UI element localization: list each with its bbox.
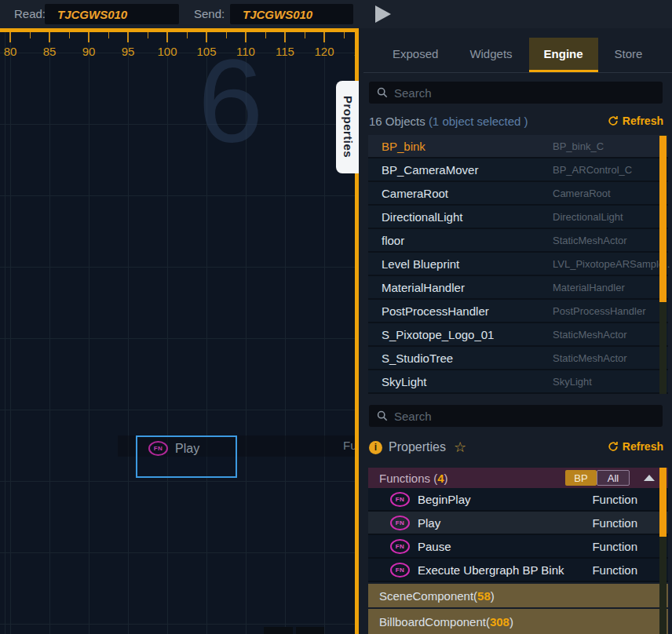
ruler-minor-tick — [265, 32, 266, 38]
objects-scrollbar-thumb[interactable] — [659, 136, 667, 302]
ruler-label: 120 — [307, 45, 341, 58]
object-row[interactable]: MaterialHandlerMaterialHandler — [368, 276, 668, 300]
tab-widgets[interactable]: Widgets — [455, 38, 527, 72]
object-name: S_Pixotope_Logo_01 — [382, 328, 494, 341]
functions-section-header[interactable]: Functions (4) BP All — [368, 468, 668, 488]
pixotope-app-window: Read: Send: 80859095100105110115120125 6… — [0, 0, 672, 634]
search-icon — [377, 410, 388, 421]
functions-count: 4 — [437, 472, 444, 485]
ruler-minor-tick — [305, 32, 305, 38]
properties-search-input[interactable] — [394, 410, 630, 423]
ruler-major-tick — [9, 32, 11, 42]
object-name: S_StudioTree — [382, 352, 453, 365]
object-row[interactable]: PostProcessHandlerPostProcessHandler — [368, 300, 668, 323]
object-row[interactable]: BP_binkBP_bink_C — [368, 135, 668, 158]
object-class: SkyLight — [553, 376, 592, 388]
properties-scrollbar-thumb[interactable] — [659, 468, 667, 537]
send-input[interactable] — [230, 4, 353, 24]
info-icon[interactable]: i — [369, 441, 382, 454]
function-row[interactable]: FNExecute Ubergraph BP BinkFunction — [368, 559, 668, 582]
viewport-canvas[interactable]: 80859095100105110115120125 6 Function FN… — [0, 28, 359, 634]
bottom-ui-fragment — [296, 627, 324, 634]
function-row[interactable]: FNBeginPlayFunction — [368, 488, 668, 512]
object-name: PostProcessHandler — [382, 304, 489, 318]
function-name: Pause — [418, 540, 451, 553]
tab-api-log[interactable]: API Log — [659, 38, 672, 72]
properties-scrollbar[interactable] — [659, 468, 667, 634]
function-type: Function — [592, 516, 637, 530]
object-name: BP_CameraMover — [382, 163, 478, 177]
function-row[interactable]: FNPlayFunction — [368, 512, 668, 535]
ruler-major-tick — [49, 32, 50, 42]
ruler-major-tick — [166, 32, 168, 42]
object-row[interactable]: S_Pixotope_Logo_01StaticMeshActor — [368, 323, 668, 347]
panel-tab-bar: ExposedWidgetsEngineStoreAPI Log — [359, 28, 672, 72]
object-row[interactable]: floorStaticMeshActor — [368, 229, 668, 253]
object-name: SkyLight — [382, 375, 427, 388]
search-icon — [377, 87, 388, 98]
ruler-label: 115 — [268, 45, 302, 58]
object-row[interactable]: CameraRootCameraRoot — [368, 182, 668, 206]
right-panel: ExposedWidgetsEngineStoreAPI Log 16 Obje… — [359, 28, 672, 634]
function-badge-icon: FN — [390, 539, 410, 554]
ruler-major-tick — [284, 32, 286, 42]
properties-flyout-tab[interactable]: Properties — [336, 81, 359, 173]
objects-refresh-button[interactable]: Refresh — [608, 115, 663, 127]
read-label: Read: — [14, 0, 46, 28]
read-input[interactable] — [45, 4, 179, 24]
ruler-label: 85 — [32, 45, 67, 58]
object-name: Level Blueprint — [382, 257, 459, 271]
function-badge-icon: FN — [390, 563, 410, 578]
function-type: Function — [592, 563, 637, 577]
object-row[interactable]: BP_CameraMoverBP_ARControl_C — [368, 158, 668, 182]
ruler-minor-tick — [108, 32, 109, 38]
viewport-watermark-digit: 6 — [198, 42, 263, 160]
filter-bp-button[interactable]: BP — [565, 470, 597, 486]
function-name: Execute Ubergraph BP Bink — [418, 563, 564, 577]
objects-search-input[interactable] — [394, 86, 630, 100]
play-triangle-icon[interactable] — [375, 5, 391, 23]
ruler-minor-tick — [30, 32, 31, 38]
function-name: BeginPlay — [418, 493, 471, 506]
properties-refresh-button[interactable]: Refresh — [608, 440, 663, 453]
object-row[interactable]: S_StudioTreeStaticMeshActor — [368, 347, 668, 370]
component-section-header[interactable]: BillboardComponent (308) — [368, 609, 668, 634]
object-name: DirectionalLight — [382, 210, 462, 224]
properties-title: Properties — [389, 440, 446, 454]
ruler-minor-tick — [69, 32, 70, 38]
ruler-major-tick — [127, 32, 129, 42]
objects-scrollbar[interactable] — [659, 135, 667, 394]
collapse-arrow-icon[interactable] — [644, 475, 655, 481]
tab-store[interactable]: Store — [600, 38, 658, 72]
component-section-label: BillboardComponent — [379, 615, 486, 629]
object-row[interactable]: DirectionalLightDirectionalLight — [368, 206, 668, 229]
objects-selection-label: (1 object selected ) — [429, 115, 528, 128]
object-class: DirectionalLight — [553, 211, 623, 223]
function-type: Function — [592, 540, 637, 553]
ruler-label: 90 — [71, 45, 106, 58]
tab-exposed[interactable]: Exposed — [378, 38, 453, 72]
object-class: StaticMeshActor — [553, 235, 627, 246]
tab-bar-divider — [363, 72, 672, 73]
component-section-headers: SceneComponent (58)BillboardComponent (3… — [368, 584, 668, 634]
ruler-minor-tick — [187, 32, 188, 38]
object-row[interactable]: Level BlueprintLVL_PixotopeARSample.. — [368, 253, 668, 276]
object-name: CameraRoot — [382, 187, 448, 200]
objects-search-box[interactable] — [369, 82, 663, 104]
ruler-major-tick — [88, 32, 89, 42]
dragged-function-drop-target[interactable]: FN Play — [136, 435, 237, 478]
tab-engine[interactable]: Engine — [529, 38, 598, 72]
favorite-star-icon[interactable]: ☆ — [454, 439, 466, 456]
component-count: 308 — [490, 615, 509, 629]
send-label: Send: — [194, 0, 225, 28]
object-class: BP_ARControl_C — [553, 164, 632, 176]
object-row[interactable]: SkyLightSkyLight — [368, 370, 668, 394]
object-class: MaterialHandler — [553, 282, 625, 293]
properties-search-box[interactable] — [369, 405, 663, 427]
object-class: StaticMeshActor — [553, 352, 627, 364]
function-row[interactable]: FNPauseFunction — [368, 535, 668, 559]
component-count: 58 — [477, 589, 491, 603]
component-section-header[interactable]: SceneComponent (58) — [368, 584, 668, 607]
filter-all-button[interactable]: All — [597, 470, 630, 486]
functions-list: FNBeginPlayFunctionFNPlayFunctionFNPause… — [368, 488, 668, 582]
